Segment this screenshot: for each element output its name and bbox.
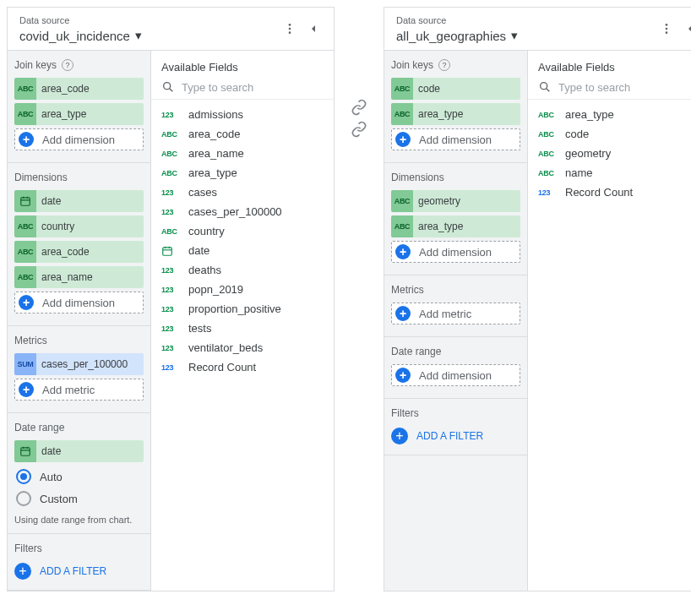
- dimension-chip[interactable]: ABCarea_name: [14, 266, 144, 288]
- field-label: country: [188, 225, 225, 237]
- more-icon[interactable]: [655, 17, 678, 41]
- field-row[interactable]: ABCarea_name: [155, 144, 330, 163]
- field-row[interactable]: ABCarea_code: [155, 124, 330, 144]
- filters-section: Filters + ADD A FILTER: [8, 534, 150, 591]
- date-range-custom-radio[interactable]: Custom: [14, 488, 144, 510]
- chevron-down-icon: ▾: [135, 28, 142, 43]
- type-badge: ABC: [538, 130, 558, 139]
- chip-label: area_type: [413, 108, 515, 120]
- type-badge: 123: [161, 305, 182, 313]
- collapse-icon[interactable]: [678, 17, 691, 41]
- join-keys-section: Join keys ? ABCcodeABCarea_type + Add di…: [384, 51, 527, 163]
- date-range-section: Date range + Add dimension: [384, 337, 527, 399]
- date-range-auto-radio[interactable]: Auto: [14, 466, 144, 488]
- field-row[interactable]: 123Record Count: [531, 183, 691, 202]
- chip-label: cases_per_100000: [36, 358, 139, 370]
- field-row[interactable]: 123Record Count: [155, 357, 330, 377]
- field-label: cases_per_100000: [188, 205, 282, 218]
- field-row[interactable]: 123cases: [155, 183, 330, 202]
- field-label: area_type: [188, 166, 237, 179]
- field-row[interactable]: 123deaths: [155, 260, 330, 280]
- chip-label: country: [36, 221, 139, 232]
- chip-label: area_code: [36, 246, 139, 258]
- help-icon[interactable]: ?: [438, 59, 450, 71]
- dimension-chip[interactable]: ABCarea_type: [391, 215, 520, 237]
- add-metric-button[interactable]: + Add metric: [391, 303, 520, 324]
- data-source-dropdown[interactable]: all_uk_geographies ▾: [396, 28, 655, 43]
- type-badge: ABC: [538, 150, 558, 158]
- search-row: [151, 80, 334, 100]
- add-metric-button[interactable]: + Add metric: [14, 379, 144, 401]
- field-label: deaths: [188, 264, 221, 276]
- type-badge: 123: [161, 344, 182, 352]
- dimension-chip[interactable]: ABCarea_code: [14, 241, 144, 263]
- add-filter-button[interactable]: + ADD A FILTER: [391, 426, 520, 446]
- field-row[interactable]: 123tests: [155, 319, 330, 338]
- chip-label: code: [413, 83, 515, 95]
- field-row[interactable]: 123popn_2019: [155, 280, 330, 299]
- date-range-note: Using date range from chart.: [14, 515, 144, 525]
- collapse-icon[interactable]: [302, 17, 325, 41]
- field-row[interactable]: 123proportion_positive: [155, 299, 330, 319]
- chip-label: area_type: [36, 108, 139, 120]
- field-row[interactable]: 123ventilator_beds: [155, 338, 330, 357]
- filters-section: Filters + ADD A FILTER: [384, 399, 527, 455]
- date-range-chip[interactable]: date: [14, 440, 144, 462]
- add-dimension-button[interactable]: + Add dimension: [391, 241, 520, 263]
- available-fields-title: Available Fields: [151, 51, 334, 80]
- type-badge: 123: [161, 363, 182, 372]
- section-title: Filters: [391, 407, 520, 419]
- type-badge: ABC: [14, 78, 36, 100]
- field-row[interactable]: ABCcountry: [155, 221, 330, 241]
- type-badge: 123: [161, 188, 182, 197]
- data-source-name: covid_uk_incidence: [19, 29, 130, 43]
- help-icon[interactable]: ?: [62, 59, 73, 71]
- dimension-chip[interactable]: ABCgeometry: [391, 190, 520, 212]
- field-row[interactable]: 123cases_per_100000: [155, 202, 330, 221]
- field-label: name: [565, 166, 593, 179]
- dimension-chip[interactable]: ABCarea_type: [14, 103, 144, 125]
- field-label: geometry: [565, 147, 611, 160]
- dimension-chip[interactable]: ABCarea_code: [14, 78, 144, 100]
- dimension-chip[interactable]: ABCarea_type: [391, 103, 520, 125]
- dimensions-section: Dimensions ABCgeometryABCarea_type + Add…: [384, 163, 527, 275]
- field-label: date: [188, 244, 209, 257]
- svg-point-11: [164, 83, 171, 90]
- field-row[interactable]: ABCname: [531, 163, 691, 183]
- dimension-chip[interactable]: ABCcode: [391, 78, 520, 100]
- add-dimension-button[interactable]: + Add dimension: [391, 128, 520, 150]
- chip-label: area_code: [36, 83, 139, 95]
- section-title: Date range: [14, 422, 144, 433]
- add-filter-button[interactable]: + ADD A FILTER: [14, 561, 144, 581]
- search-icon: [161, 80, 175, 94]
- type-badge: 123: [538, 188, 558, 197]
- type-badge: ABC: [161, 150, 182, 158]
- more-icon[interactable]: [278, 17, 302, 41]
- metric-chip[interactable]: SUMcases_per_100000: [14, 353, 144, 375]
- data-source-dropdown[interactable]: covid_uk_incidence ▾: [19, 28, 278, 43]
- dimension-chip[interactable]: date: [14, 190, 144, 212]
- dimension-chip[interactable]: ABCcountry: [14, 215, 144, 237]
- add-dimension-button[interactable]: + Add dimension: [14, 292, 144, 313]
- field-row[interactable]: ABCgeometry: [531, 144, 691, 163]
- join-connector-column: [350, 7, 368, 591]
- field-row[interactable]: ABCcode: [531, 124, 691, 144]
- type-badge: [161, 245, 182, 257]
- link-icon[interactable]: [350, 120, 368, 139]
- add-dimension-button[interactable]: + Add dimension: [391, 364, 520, 386]
- data-source-label: Data source: [19, 14, 278, 26]
- svg-rect-7: [21, 448, 30, 455]
- metrics-section: Metrics + Add metric: [384, 275, 527, 337]
- data-source-panel-left: Data source covid_uk_incidence ▾ Join ke…: [7, 7, 335, 591]
- svg-rect-13: [163, 247, 172, 254]
- field-row[interactable]: date: [155, 241, 330, 260]
- link-icon[interactable]: [350, 98, 368, 117]
- search-input[interactable]: [558, 81, 691, 94]
- field-row[interactable]: ABCarea_type: [155, 163, 330, 183]
- panel-header: Data source covid_uk_incidence ▾: [8, 8, 334, 51]
- field-row[interactable]: 123admissions: [155, 105, 330, 124]
- field-row[interactable]: ABCarea_type: [531, 105, 691, 124]
- available-fields-column: Available Fields 123admissionsABCarea_co…: [151, 51, 334, 591]
- search-input[interactable]: [182, 81, 324, 94]
- add-dimension-button[interactable]: + Add dimension: [14, 128, 144, 150]
